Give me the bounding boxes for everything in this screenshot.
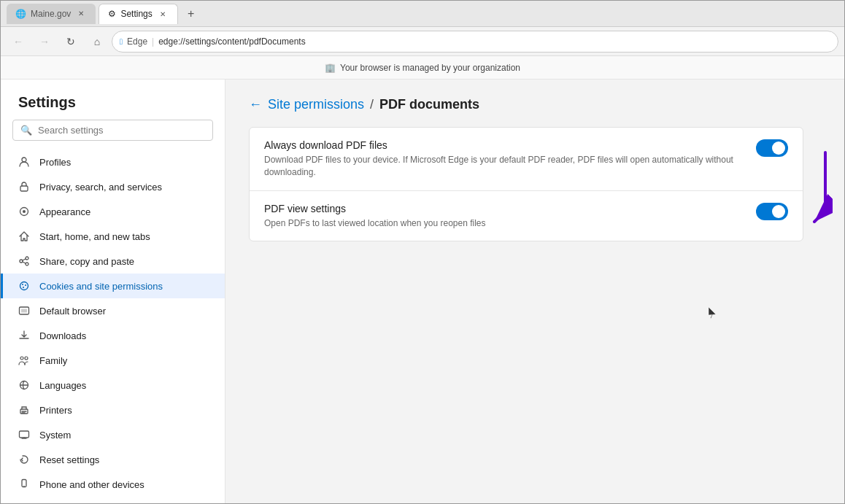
tab-maine-label: Maine.gov [31,9,71,19]
content-area: ← Site permissions / PDF documents Alway… [225,80,844,503]
breadcrumb-parent[interactable]: Site permissions [268,97,364,112]
default-browser-label: Default browser [39,306,106,317]
svg-point-8 [22,284,23,285]
breadcrumb: ← Site permissions / PDF documents [249,97,821,112]
tab-maine-icon: 🌐 [15,9,26,19]
start-home-label: Start, home, and new tabs [39,231,150,242]
nav-bar: ← → ↻ ⌂  Edge | edge://settings/content… [1,27,844,56]
share-icon [18,255,31,268]
profiles-icon [18,155,31,168]
tab-settings-close[interactable]: ✕ [157,8,169,20]
title-bar: 🌐 Maine.gov ✕ ⚙ Settings ✕ + [1,1,844,27]
forward-button[interactable]: → [33,30,56,53]
breadcrumb-back-button[interactable]: ← [249,97,262,112]
reset-icon [18,453,31,466]
search-box[interactable]: 🔍 [12,120,213,141]
sidebar-title: Settings [1,80,225,120]
svg-point-5 [20,260,23,263]
accessibility-icon [18,503,31,503]
setting-always-download-text: Always download PDF files Download PDF f… [264,139,741,179]
browser-window: 🌐 Maine.gov ✕ ⚙ Settings ✕ + ← → ↻ ⌂  E… [0,0,845,504]
cookies-icon [18,279,31,292]
svg-point-10 [23,287,24,288]
svg-point-19 [23,486,24,486]
privacy-icon [18,180,31,193]
sidebar: Settings 🔍 Profiles Privacy, search, and… [1,80,225,503]
edge-logo:  [120,37,123,46]
browser-name: Edge [127,36,147,47]
always-download-slider [756,139,788,157]
sidebar-item-profiles[interactable]: Profiles [1,150,225,174]
printers-icon [18,403,31,416]
setting-row-pdf-view: PDF view settings Open PDFs to last view… [250,190,803,241]
back-button[interactable]: ← [7,30,30,53]
profiles-label: Profiles [39,157,71,168]
search-input[interactable] [38,125,205,136]
search-icon: 🔍 [20,125,32,136]
org-banner-text: Your browser is managed by your organiza… [340,63,520,73]
system-label: System [39,430,71,441]
tab-maine-close[interactable]: ✕ [75,8,87,20]
svg-point-6 [26,263,28,265]
share-label: Share, copy and paste [39,256,134,267]
address-url: edge://settings/content/pdfDocuments [158,36,305,47]
pdf-view-slider [756,203,788,220]
printers-label: Printers [39,405,72,416]
sidebar-item-appearance[interactable]: Appearance [1,199,225,224]
sidebar-item-privacy[interactable]: Privacy, search, and services [1,174,225,199]
svg-point-0 [22,158,26,162]
address-bar[interactable]:  Edge | edge://settings/content/pdfDocu… [112,31,838,53]
family-icon [18,354,31,367]
setting-always-download-title: Always download PDF files [264,139,741,151]
sidebar-item-start-home[interactable]: Start, home, and new tabs [1,224,225,249]
downloads-label: Downloads [39,330,86,341]
pdf-view-toggle[interactable] [756,203,788,220]
sidebar-item-printers[interactable]: Printers [1,398,225,422]
svg-point-4 [26,257,28,260]
svg-rect-12 [21,309,27,313]
sidebar-item-accessibility[interactable]: Accessibility [1,497,225,503]
svg-point-9 [25,284,26,286]
sidebar-item-languages[interactable]: Languages [1,373,225,398]
setting-pdf-view-title: PDF view settings [264,203,741,214]
sidebar-item-phone[interactable]: Phone and other devices [1,472,225,497]
svg-point-7 [20,282,28,290]
sidebar-item-downloads[interactable]: Downloads [1,323,225,348]
main-area: Settings 🔍 Profiles Privacy, search, and… [1,80,844,503]
languages-label: Languages [39,380,86,391]
always-download-toggle[interactable] [756,139,788,157]
tab-settings[interactable]: ⚙ Settings ✕ [99,4,177,24]
sidebar-item-reset[interactable]: Reset settings [1,447,225,472]
sidebar-item-default-browser[interactable]: Default browser [1,298,225,323]
new-tab-button[interactable]: + [181,4,201,24]
svg-point-13 [20,357,23,360]
sidebar-item-cookies[interactable]: Cookies and site permissions [1,274,225,298]
breadcrumb-current: PDF documents [379,97,479,112]
tab-maine[interactable]: 🌐 Maine.gov ✕ [7,4,96,24]
reset-label: Reset settings [39,454,99,465]
building-icon: 🏢 [325,63,336,73]
family-label: Family [39,355,67,366]
svg-point-14 [25,357,28,360]
refresh-button[interactable]: ↻ [59,30,82,53]
sidebar-item-family[interactable]: Family [1,348,225,373]
languages-icon [18,379,31,392]
sidebar-item-share[interactable]: Share, copy and paste [1,249,225,274]
sidebar-item-system[interactable]: System [1,422,225,447]
svg-rect-1 [20,186,28,191]
privacy-label: Privacy, search, and services [39,182,162,193]
setting-pdf-view-desc: Open PDFs to last viewed location when y… [264,217,741,230]
breadcrumb-separator: / [370,97,374,112]
home-button[interactable]: ⌂ [85,30,109,53]
default-browser-icon [18,304,31,317]
address-separator: | [152,36,154,47]
setting-always-download-desc: Download PDF files to your device. If Mi… [264,154,741,179]
org-banner: 🏢 Your browser is managed by your organi… [1,56,844,80]
appearance-label: Appearance [39,206,90,217]
svg-rect-17 [20,431,29,438]
tab-settings-label: Settings [120,9,152,19]
start-home-icon [18,230,31,243]
cookies-label: Cookies and site permissions [39,281,163,292]
setting-row-always-download: Always download PDF files Download PDF f… [250,128,803,190]
settings-card: Always download PDF files Download PDF f… [249,127,803,241]
